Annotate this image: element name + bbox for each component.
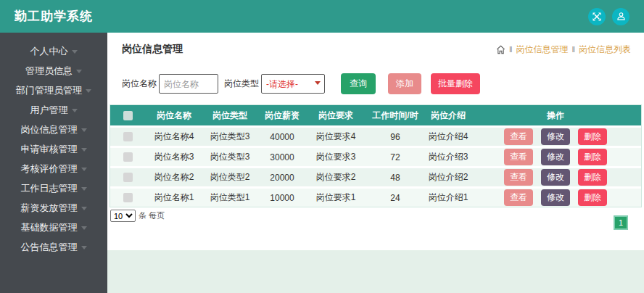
sidebar-item-label: 基础数据管理 bbox=[21, 221, 78, 234]
cell-salary: 40000 bbox=[257, 132, 307, 142]
view-button[interactable]: 查看 bbox=[504, 149, 533, 165]
table-row: 岗位名称1 岗位类型1 10000 岗位要求1 24 岗位介绍1 查看 修改 删… bbox=[110, 186, 641, 207]
job-type-label: 岗位类型 bbox=[224, 78, 259, 90]
sidebar-item-job-info[interactable]: 岗位信息管理 bbox=[0, 120, 107, 139]
cell-hours: 96 bbox=[364, 132, 426, 142]
col-header-requirement: 岗位要求 bbox=[307, 110, 364, 122]
cell-job-type: 岗位类型3 bbox=[203, 151, 257, 163]
sidebar-item-personal-center[interactable]: 个人中心 bbox=[0, 41, 107, 61]
pagination-bar: 10 条 每页 1 bbox=[107, 207, 644, 230]
page-title: 岗位信息管理 bbox=[122, 43, 183, 56]
table-row: 岗位名称4 岗位类型3 40000 岗位要求4 96 岗位介绍4 查看 修改 删… bbox=[110, 125, 641, 146]
table-row: 岗位名称2 岗位类型2 20000 岗位要求2 48 岗位介绍2 查看 修改 删… bbox=[110, 166, 641, 186]
view-button[interactable]: 查看 bbox=[504, 128, 533, 145]
per-page-label: 条 每页 bbox=[139, 210, 165, 221]
job-type-select[interactable]: -请选择- bbox=[261, 74, 325, 94]
sidebar-item-base-data[interactable]: 基础数据管理 bbox=[0, 218, 107, 237]
cell-job-type: 岗位类型2 bbox=[203, 171, 257, 183]
cell-job-name: 岗位名称1 bbox=[145, 191, 203, 204]
topbar-actions bbox=[588, 8, 629, 25]
sidebar-item-label: 考核评价管理 bbox=[21, 162, 78, 176]
cell-job-type: 岗位类型1 bbox=[203, 191, 257, 204]
cell-salary: 20000 bbox=[257, 173, 307, 183]
sidebar-item-work-log[interactable]: 工作日志管理 bbox=[0, 178, 107, 198]
sidebar-item-label: 用户管理 bbox=[30, 104, 68, 117]
row-checkbox[interactable] bbox=[123, 132, 133, 141]
delete-button[interactable]: 删除 bbox=[578, 169, 607, 186]
edit-button[interactable]: 修改 bbox=[541, 169, 570, 186]
cell-hours: 72 bbox=[364, 152, 426, 162]
edit-button[interactable]: 修改 bbox=[541, 149, 570, 165]
delete-button[interactable]: 删除 bbox=[578, 128, 607, 145]
cell-requirement: 岗位要求4 bbox=[307, 131, 364, 143]
sidebar-item-label: 岗位信息管理 bbox=[21, 123, 78, 136]
user-icon bbox=[616, 12, 626, 21]
top-header-bar: 勤工助学系统 bbox=[0, 0, 644, 33]
col-header-intro: 岗位介绍 bbox=[426, 110, 470, 122]
col-header-actions: 操作 bbox=[470, 110, 641, 122]
cell-requirement: 岗位要求1 bbox=[307, 191, 364, 204]
cell-requirement: 岗位要求2 bbox=[307, 171, 364, 183]
cell-intro: 岗位介绍1 bbox=[426, 191, 470, 204]
chevron-down-icon bbox=[81, 128, 87, 132]
footer-band bbox=[107, 250, 644, 293]
delete-button[interactable]: 删除 bbox=[578, 189, 607, 206]
main-content: 岗位信息管理 ‖ 岗位信息管理 ‖ 岗位信息列表 bbox=[107, 33, 644, 250]
edit-button[interactable]: 修改 bbox=[541, 189, 570, 206]
per-page-select[interactable]: 10 bbox=[110, 210, 136, 222]
search-button[interactable]: 查询 bbox=[341, 73, 376, 94]
row-checkbox[interactable] bbox=[123, 152, 133, 162]
sidebar-item-announcement[interactable]: 公告信息管理 bbox=[0, 237, 107, 257]
add-button[interactable]: 添加 bbox=[388, 73, 421, 94]
breadcrumb-link-job-info[interactable]: 岗位信息管理 bbox=[516, 44, 568, 56]
sidebar-item-user-mgmt[interactable]: 用户管理 bbox=[0, 100, 107, 120]
breadcrumb-link-job-list[interactable]: 岗位信息列表 bbox=[579, 44, 631, 56]
sidebar-item-dept-admin[interactable]: 部门管理员管理 bbox=[0, 81, 107, 100]
chevron-down-icon bbox=[76, 70, 82, 73]
cell-hours: 48 bbox=[364, 173, 426, 183]
page-number-button[interactable]: 1 bbox=[614, 215, 628, 230]
cell-job-name: 岗位名称2 bbox=[145, 171, 203, 183]
col-header-job-name: 岗位名称 bbox=[145, 110, 203, 122]
batch-delete-button[interactable]: 批量删除 bbox=[431, 73, 480, 94]
chevron-down-icon bbox=[81, 148, 87, 152]
chevron-down-icon bbox=[81, 207, 87, 210]
search-toolbar: 岗位名称 岗位类型 -请选择- 查询 添加 批量删除 bbox=[107, 63, 644, 103]
chevron-down-icon bbox=[81, 226, 87, 230]
breadcrumb: ‖ 岗位信息管理 ‖ 岗位信息列表 bbox=[496, 44, 631, 56]
sidebar-item-salary[interactable]: 薪资发放管理 bbox=[0, 198, 107, 218]
row-checkbox[interactable] bbox=[123, 173, 133, 182]
sidebar-nav: 个人中心 管理员信息 部门管理员管理 用户管理 岗位信息管理 申请审核管理 考核… bbox=[0, 33, 107, 293]
col-header-hours: 工作时间/时 bbox=[364, 110, 426, 122]
cell-intro: 岗位介绍4 bbox=[426, 131, 470, 143]
view-button[interactable]: 查看 bbox=[504, 189, 533, 206]
delete-button[interactable]: 删除 bbox=[578, 149, 607, 165]
cell-requirement: 岗位要求3 bbox=[307, 151, 364, 163]
chevron-down-icon bbox=[86, 89, 91, 93]
chevron-down-icon bbox=[81, 187, 87, 191]
sidebar-item-label: 工作日志管理 bbox=[21, 182, 78, 195]
col-header-job-type: 岗位类型 bbox=[203, 110, 257, 122]
sidebar-item-assessment[interactable]: 考核评价管理 bbox=[0, 159, 107, 178]
app-window: 勤工助学系统 bbox=[0, 0, 644, 293]
expand-button[interactable] bbox=[588, 8, 606, 25]
sidebar-item-label: 公告信息管理 bbox=[21, 241, 78, 254]
job-name-input[interactable] bbox=[159, 74, 218, 94]
sidebar-item-admin-info[interactable]: 管理员信息 bbox=[0, 61, 107, 81]
col-header-salary: 岗位薪资 bbox=[257, 110, 307, 122]
view-button[interactable]: 查看 bbox=[504, 169, 533, 186]
cell-job-name: 岗位名称3 bbox=[145, 151, 203, 163]
chevron-down-icon bbox=[81, 168, 87, 171]
sidebar-item-label: 个人中心 bbox=[30, 45, 68, 58]
chevron-down-icon bbox=[81, 246, 87, 249]
row-checkbox[interactable] bbox=[123, 193, 133, 202]
sidebar-item-apply-review[interactable]: 申请审核管理 bbox=[0, 139, 107, 159]
cell-hours: 24 bbox=[364, 193, 426, 203]
select-all-checkbox[interactable] bbox=[123, 111, 133, 120]
home-icon[interactable] bbox=[496, 45, 505, 54]
sidebar-item-label: 部门管理员管理 bbox=[16, 84, 82, 97]
job-table: 岗位名称 岗位类型 岗位薪资 岗位要求 工作时间/时 岗位介绍 操作 岗位名称4… bbox=[110, 104, 642, 207]
profile-button[interactable] bbox=[612, 8, 629, 25]
sidebar-item-label: 薪资发放管理 bbox=[21, 202, 78, 215]
edit-button[interactable]: 修改 bbox=[541, 128, 570, 145]
